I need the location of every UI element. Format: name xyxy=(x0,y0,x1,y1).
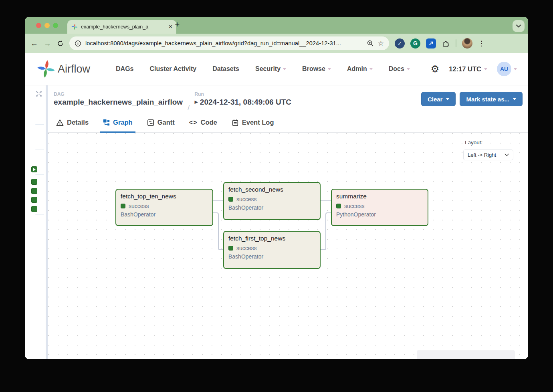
task-node-fetch-second-news[interactable]: fetch_second_news success BashOperator xyxy=(223,182,321,220)
main-nav: DAGs Cluster Activity Datasets Security … xyxy=(116,65,410,73)
tab-event-log[interactable]: Event Log xyxy=(232,113,274,132)
dag-name[interactable]: example_hackernews_plain_airflow xyxy=(54,97,183,107)
grid-task-square[interactable] xyxy=(31,188,37,194)
run-label: Run xyxy=(194,91,291,97)
task-node-fetch-first-top-news[interactable]: fetch_first_top_news success BashOperato… xyxy=(223,231,321,269)
traffic-lights xyxy=(36,23,58,28)
clear-button[interactable]: Clear xyxy=(421,92,456,106)
user-menu[interactable]: AU xyxy=(497,62,517,76)
gantt-icon xyxy=(147,119,154,126)
graph-minimap[interactable] xyxy=(417,350,515,359)
warning-triangle-icon xyxy=(56,119,64,126)
nav-datasets[interactable]: Datasets xyxy=(212,65,239,73)
grid-task-square[interactable] xyxy=(31,206,37,212)
task-state: success xyxy=(236,196,257,202)
tab-code[interactable]: <> Code xyxy=(189,113,217,132)
back-button[interactable]: ← xyxy=(30,40,38,47)
nav-security[interactable]: Security xyxy=(255,65,286,73)
run-title-block: Run ▶ 2024-12-31, 08:49:06 UTC xyxy=(194,91,291,107)
tab-gantt[interactable]: Gantt xyxy=(147,113,175,132)
site-info-icon[interactable] xyxy=(75,40,81,47)
nav-cluster-activity[interactable]: Cluster Activity xyxy=(149,65,196,73)
dag-header-bar: DAG example_hackernews_plain_airflow / R… xyxy=(48,85,528,113)
extensions-puzzle-icon[interactable] xyxy=(442,39,450,48)
grid-run-square[interactable] xyxy=(31,166,37,172)
edge-first-to-summarize xyxy=(321,213,331,250)
tab-search-button[interactable] xyxy=(513,20,525,32)
airflow-app: Airflow DAGs Cluster Activity Datasets S… xyxy=(25,53,528,359)
caret-down-icon xyxy=(328,68,331,70)
clock-label: 12:17 UTC xyxy=(449,65,481,73)
task-operator: PythonOperator xyxy=(336,211,423,218)
success-status-icon xyxy=(121,204,125,208)
browser-toolbar: ← → localhost:8080/dags/example_hackerne… xyxy=(25,34,528,53)
nav-docs[interactable]: Docs xyxy=(389,65,410,73)
dag-label: DAG xyxy=(54,91,183,97)
browser-tab-strip: example_hackernews_plain_a × + xyxy=(25,17,528,34)
task-name: summarize xyxy=(336,193,423,200)
task-state: success xyxy=(129,203,149,209)
grammarly-extension-icon[interactable]: G xyxy=(410,38,420,48)
code-icon: <> xyxy=(189,119,198,126)
task-name: fetch_top_ten_news xyxy=(121,193,208,200)
caret-down-icon xyxy=(484,68,487,70)
caret-down-icon xyxy=(513,98,516,100)
user-avatar[interactable]: AU xyxy=(497,62,511,76)
grid-gridline xyxy=(35,149,44,150)
tab-details[interactable]: Details xyxy=(56,113,89,132)
caret-down-icon xyxy=(446,98,449,100)
airflow-logo-icon xyxy=(37,60,55,78)
nav-dags[interactable]: DAGs xyxy=(116,65,133,73)
grid-gridline xyxy=(35,174,44,175)
success-status-icon xyxy=(336,204,341,208)
grid-gridline xyxy=(35,214,44,215)
task-operator: BashOperator xyxy=(228,204,315,211)
browser-tab[interactable]: example_hackernews_plain_a × xyxy=(67,20,176,34)
task-node-fetch-top-ten-news[interactable]: fetch_top_ten_news success BashOperator xyxy=(115,189,213,226)
graph-icon xyxy=(103,119,110,126)
run-play-icon: ▶ xyxy=(194,99,198,105)
breadcrumb-separator: / xyxy=(188,103,190,113)
brand-name: Airflow xyxy=(58,63,90,75)
grid-mini-panel xyxy=(25,85,48,359)
bookmark-star-icon[interactable]: ☆ xyxy=(378,39,384,48)
caret-down-icon xyxy=(407,68,410,70)
task-node-summarize[interactable]: summarize success PythonOperator xyxy=(331,189,428,226)
browser-window: example_hackernews_plain_a × + ← → local… xyxy=(25,17,528,359)
caret-down-icon xyxy=(283,68,286,70)
success-status-icon xyxy=(228,246,233,251)
check-badge-extension-icon[interactable]: ✓ xyxy=(395,38,405,48)
nav-browse[interactable]: Browse xyxy=(302,65,331,73)
minimize-window-button[interactable] xyxy=(44,23,50,28)
forward-button[interactable]: → xyxy=(44,40,51,47)
caret-down-icon xyxy=(514,68,517,70)
dag-title-block: DAG example_hackernews_plain_airflow xyxy=(54,91,183,107)
gear-icon[interactable]: ⚙ xyxy=(431,64,440,74)
task-operator: BashOperator xyxy=(121,211,208,218)
arrow-extension-icon[interactable] xyxy=(426,38,436,48)
timezone-selector[interactable]: 12:17 UTC xyxy=(449,65,487,73)
new-tab-button[interactable]: + xyxy=(175,20,180,29)
browser-profile-avatar[interactable] xyxy=(462,38,472,48)
graph-canvas[interactable]: Layout: Left -> Right xyxy=(48,133,528,359)
close-window-button[interactable] xyxy=(36,23,41,28)
grid-task-square[interactable] xyxy=(31,197,37,203)
nav-admin[interactable]: Admin xyxy=(347,65,373,73)
view-tabs: Details Graph Gantt xyxy=(48,113,528,133)
airflow-favicon-icon xyxy=(71,24,78,30)
zoom-level-icon[interactable] xyxy=(367,40,374,47)
browser-menu-kebab-icon[interactable]: ⋮ xyxy=(478,39,485,48)
tab-close-icon[interactable]: × xyxy=(169,24,172,30)
address-bar[interactable]: localhost:8080/dags/example_hackernews_p… xyxy=(69,36,389,50)
task-state: success xyxy=(236,245,257,251)
mark-state-button[interactable]: Mark state as... xyxy=(460,92,523,106)
reload-button[interactable] xyxy=(57,40,64,47)
expand-grid-button[interactable] xyxy=(35,90,42,97)
zoom-window-button[interactable] xyxy=(53,23,58,28)
grid-task-square[interactable] xyxy=(31,179,37,185)
chevron-down-icon xyxy=(516,24,521,28)
url-text[interactable]: localhost:8080/dags/example_hackernews_p… xyxy=(85,40,363,46)
run-selector[interactable]: ▶ 2024-12-31, 08:49:06 UTC xyxy=(194,97,291,107)
airflow-brand[interactable]: Airflow xyxy=(37,60,90,78)
tab-graph[interactable]: Graph xyxy=(103,113,133,132)
